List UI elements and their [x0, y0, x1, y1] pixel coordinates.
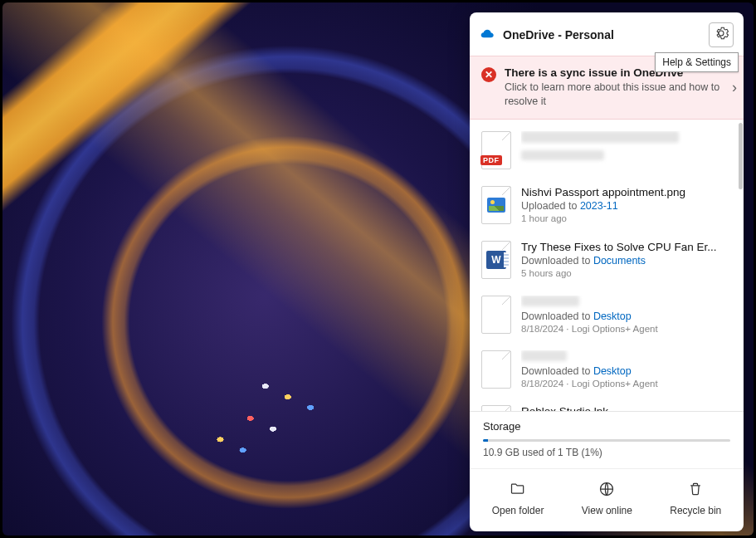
file-status-redacted — [521, 147, 732, 163]
globe-icon — [598, 481, 615, 500]
file-time: 8/18/2024 · Logi Options+ Agent — [521, 324, 732, 334]
file-name-redacted — [521, 131, 732, 145]
onedrive-cloud-icon — [480, 29, 496, 41]
file-name: Roblox Studio.lnk — [521, 405, 732, 411]
storage-section: Storage 10.9 GB used of 1 TB (1%) — [470, 411, 744, 468]
settings-tooltip: Help & Settings — [655, 52, 739, 72]
button-label: View online — [582, 505, 632, 516]
file-time: 1 hour ago — [521, 213, 732, 223]
file-name-redacted — [521, 350, 732, 364]
list-item[interactable]: PDF — [470, 123, 744, 178]
storage-bar — [483, 439, 730, 442]
storage-label: Storage — [483, 420, 730, 433]
alert-content: There is a sync issue in OneDrive Click … — [505, 66, 720, 109]
file-name-redacted — [521, 296, 732, 309]
generic-file-icon — [481, 405, 511, 411]
list-item[interactable]: Downloaded to Desktop 8/18/2024 · Logi O… — [470, 287, 744, 342]
gear-icon — [714, 26, 729, 44]
storage-text: 10.9 GB used of 1 TB (1%) — [483, 447, 730, 458]
recycle-bin-button[interactable]: Recycle bin — [665, 477, 726, 520]
activity-list: PDF Nishvi Passport appointment.png Uplo… — [470, 123, 744, 411]
onedrive-flyout-panel: OneDrive - Personal Help & Settings ✕ Th… — [470, 12, 744, 531]
generic-file-icon — [481, 350, 511, 389]
image-file-icon — [481, 186, 511, 224]
destination-link[interactable]: 2023-11 — [580, 200, 618, 212]
list-item[interactable]: Try These Fixes to Solve CPU Fan Er... D… — [470, 232, 744, 287]
button-label: Open folder — [492, 505, 544, 516]
file-status: Uploaded to 2023-11 — [521, 200, 732, 212]
file-status: Downloaded to Desktop — [521, 365, 732, 377]
file-name: Try These Fixes to Solve CPU Fan Er... — [521, 241, 732, 253]
file-name: Nishvi Passport appointment.png — [521, 186, 732, 198]
file-time: 8/18/2024 · Logi Options+ Agent — [521, 379, 732, 389]
destination-link[interactable]: Documents — [593, 255, 646, 267]
view-online-button[interactable]: View online — [577, 477, 637, 520]
list-item[interactable]: Nishvi Passport appointment.png Uploaded… — [470, 178, 744, 232]
list-item[interactable]: Roblox Studio.lnk — [470, 397, 744, 411]
trash-icon — [687, 481, 704, 500]
destination-link[interactable]: Desktop — [593, 365, 632, 377]
panel-title: OneDrive - Personal — [503, 28, 702, 42]
button-label: Recycle bin — [670, 505, 721, 516]
generic-file-icon — [481, 296, 511, 334]
list-item[interactable]: Downloaded to Desktop 8/18/2024 · Logi O… — [470, 342, 744, 397]
scrollbar-thumb[interactable] — [739, 123, 743, 189]
panel-header: OneDrive - Personal Help & Settings — [470, 12, 744, 56]
file-status: Downloaded to Documents — [521, 255, 732, 267]
settings-button[interactable] — [709, 22, 734, 47]
chevron-right-icon: › — [732, 79, 737, 96]
pdf-file-icon: PDF — [481, 131, 511, 169]
destination-link[interactable]: Desktop — [593, 311, 632, 322]
file-time: 5 hours ago — [521, 268, 732, 278]
alert-subtitle: Click to learn more about this issue and… — [505, 81, 720, 109]
open-folder-button[interactable]: Open folder — [487, 477, 549, 520]
word-file-icon — [481, 241, 511, 279]
folder-icon — [510, 481, 526, 500]
footer-actions: Open folder View online Recycle bin — [470, 468, 744, 531]
storage-bar-fill — [483, 439, 488, 442]
error-icon: ✕ — [481, 67, 496, 82]
file-status: Downloaded to Desktop — [521, 311, 732, 322]
